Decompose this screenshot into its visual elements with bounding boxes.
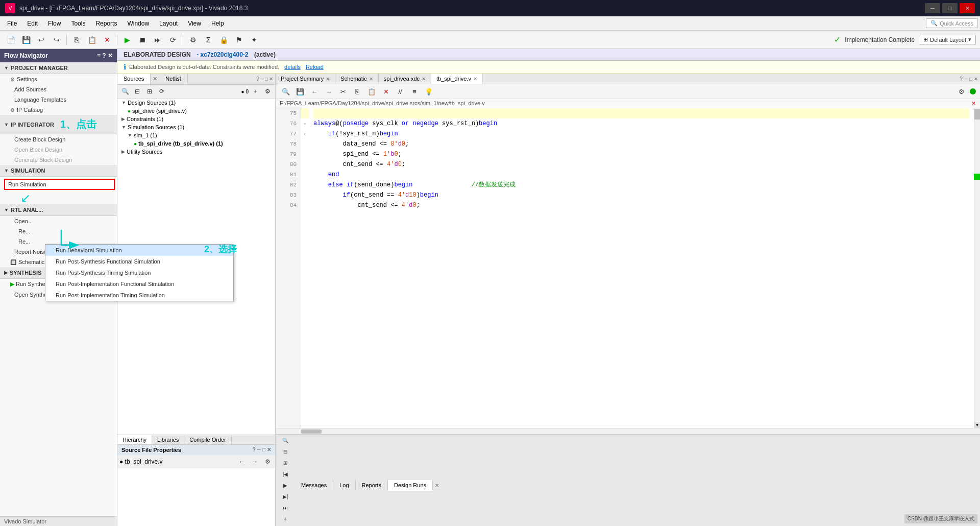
ed-uncomment-button[interactable]: ≡ <box>408 85 421 98</box>
tree-design-sources[interactable]: ▼ Design Sources (1) <box>117 99 275 107</box>
tab-messages[interactable]: Messages <box>295 480 333 490</box>
nav-settings[interactable]: ⚙Settings <box>0 74 117 84</box>
tab-design-runs[interactable]: Design Runs <box>388 480 433 491</box>
menu-tools[interactable]: Tools <box>66 18 90 29</box>
project-manager-header[interactable]: ▼ PROJECT MANAGER <box>0 62 117 74</box>
simulation-header[interactable]: ▼ SIMULATION <box>0 165 117 177</box>
tree-utility-sources[interactable]: ▶ Utility Sources <box>117 148 275 156</box>
bottom-collapse-btn[interactable]: ⊟ <box>280 446 291 457</box>
ed-delete-button[interactable]: ✕ <box>380 85 392 98</box>
copy-button[interactable]: ⎘ <box>70 33 83 46</box>
editor-max-icon[interactable]: □ <box>969 76 972 82</box>
tab-tb-spi-drive[interactable]: tb_spi_drive.v ✕ <box>431 74 483 84</box>
undo-button[interactable]: ↩ <box>35 33 48 46</box>
ed-search-button[interactable]: 🔍 <box>280 85 292 98</box>
subtab-libraries[interactable]: Libraries <box>152 435 184 444</box>
nav-ip-catalog[interactable]: ⚙IP Catalog <box>0 105 117 115</box>
tab-reports[interactable]: Reports <box>356 480 388 490</box>
nav-open-elaborated[interactable]: Open... <box>0 216 117 226</box>
rtl-analysis-header[interactable]: ▼ RTL ANAL... <box>0 204 117 216</box>
props-minus[interactable]: ─ <box>257 447 261 453</box>
tab-log[interactable]: Log <box>333 480 355 490</box>
tab-sources[interactable]: Sources <box>117 74 151 84</box>
star-button[interactable]: ✦ <box>248 33 261 46</box>
nav-create-block-design[interactable]: Create Block Design <box>0 134 117 145</box>
bottom-search-btn[interactable]: 🔍 <box>280 435 291 446</box>
close-tb-tab[interactable]: ✕ <box>473 76 477 82</box>
nav-report-methodology[interactable]: Re... <box>0 226 117 236</box>
tree-spi-drive[interactable]: ● spi_drive (spi_drive.v) <box>117 107 275 115</box>
editor-minus-icon[interactable]: ─ <box>964 76 968 82</box>
close-design-runs-tab[interactable]: ✕ <box>433 481 441 490</box>
ed-settings-button[interactable]: ⚙ <box>955 85 968 98</box>
flag-button[interactable]: ⚑ <box>232 33 246 46</box>
quick-access[interactable]: 🔍 Quick Access <box>926 18 978 28</box>
sources-settings-button[interactable]: ⚙ <box>262 86 273 97</box>
minus-icon[interactable]: ─ <box>260 76 264 82</box>
code-hscrollbar[interactable] <box>276 428 980 434</box>
sim-menu-post-impl-func[interactable]: Run Post-Implementation Functional Simul… <box>45 278 233 290</box>
settings-button[interactable]: ⚙ <box>186 33 200 46</box>
close-schematic-tab[interactable]: ✕ <box>369 76 373 82</box>
menu-window[interactable]: Window <box>122 18 154 29</box>
collapse-all-button[interactable]: ⊟ <box>132 86 143 97</box>
tree-tb-spi-drive[interactable]: ● tb_spi_drive (tb_spi_drive.v) (1) <box>117 139 275 148</box>
close-project-summary-tab[interactable]: ✕ <box>326 76 330 82</box>
subtab-compile-order[interactable]: Compile Order <box>184 435 232 444</box>
ed-copy-button[interactable]: ⎘ <box>351 85 363 98</box>
run-simulation-button[interactable]: Run Simulation <box>4 179 115 190</box>
bottom-play-btn[interactable]: ▶ <box>280 480 291 491</box>
sim-menu-post-impl-timing[interactable]: Run Post-Implementation Timing Simulatio… <box>45 290 233 301</box>
restart-button[interactable]: ⟳ <box>166 33 180 46</box>
menu-layout[interactable]: Layout <box>154 18 183 29</box>
tab-netlist[interactable]: Netlist <box>159 74 188 84</box>
details-link[interactable]: details <box>284 64 301 70</box>
refresh-button[interactable]: ⟳ <box>156 86 167 97</box>
nav-add-sources[interactable]: Add Sources <box>0 84 117 94</box>
ed-lightbulb-button[interactable]: 💡 <box>423 85 435 98</box>
props-settings-button[interactable]: ⚙ <box>262 456 273 467</box>
layout-dropdown[interactable]: ⊞ Default Layout ▾ <box>919 35 976 44</box>
h-scrollbar-thumb[interactable] <box>301 429 322 434</box>
menu-help[interactable]: Help <box>206 18 229 29</box>
props-close[interactable]: ✕ <box>267 447 271 453</box>
ed-undo-button[interactable]: ← <box>308 85 321 98</box>
props-prev-button[interactable]: ← <box>236 456 248 467</box>
ed-cut-button[interactable]: ✂ <box>337 85 349 98</box>
tab-project-summary[interactable]: Project Summary ✕ <box>276 74 335 84</box>
bottom-skip-btn[interactable]: ⏭ <box>280 502 291 513</box>
ed-paste-button[interactable]: 📋 <box>365 85 378 98</box>
code-scrollbar[interactable]: ▼ <box>974 108 980 428</box>
close-file-button[interactable]: ✕ <box>971 100 976 107</box>
props-max[interactable]: □ <box>262 447 265 453</box>
menu-view[interactable]: View <box>183 18 206 29</box>
code-editor[interactable]: 75 76 77 78 79 80 81 82 83 84 ○ <box>276 108 980 428</box>
save-button[interactable]: 💾 <box>19 33 33 46</box>
run-button[interactable]: ▶ <box>120 33 134 46</box>
scroll-down[interactable]: ▼ <box>974 422 980 428</box>
step-button[interactable]: ⏭ <box>151 33 164 46</box>
bottom-prev-btn[interactable]: |◀ <box>280 468 291 480</box>
close-sources-icon[interactable]: ✕ <box>269 76 273 82</box>
props-next-button[interactable]: → <box>249 456 260 467</box>
stop-button[interactable]: ⏹ <box>136 33 149 46</box>
sim-menu-post-synth-timing[interactable]: Run Post-Synthesis Timing Simulation <box>45 267 233 278</box>
code-content[interactable]: always@(posedge sys_clk or negedge sys_r… <box>309 108 974 428</box>
tree-sim1[interactable]: ▼ sim_1 (1) <box>117 131 275 139</box>
tree-sim-sources[interactable]: ▼ Simulation Sources (1) <box>117 123 275 131</box>
ip-integrator-header[interactable]: ▼ IP INTEGRATOR 1、点击 <box>0 115 117 134</box>
reload-link[interactable]: Reload <box>306 64 324 70</box>
expand-all-button[interactable]: ⊞ <box>144 86 155 97</box>
menu-file[interactable]: File <box>2 18 22 29</box>
editor-close-icon[interactable]: ✕ <box>974 76 978 82</box>
delete-button[interactable]: ✕ <box>101 33 114 46</box>
ed-redo-button[interactable]: → <box>323 85 335 98</box>
scrollbar-thumb[interactable] <box>974 109 980 119</box>
menu-edit[interactable]: Edit <box>22 18 43 29</box>
window-controls[interactable]: ─ □ ✕ <box>925 3 975 13</box>
sim-menu-post-synth-func[interactable]: Run Post-Synthesis Functional Simulation <box>45 256 233 267</box>
paste-button[interactable]: 📋 <box>85 33 99 46</box>
ed-comment-button[interactable]: // <box>394 85 406 98</box>
menu-flow[interactable]: Flow <box>43 18 66 29</box>
subtab-hierarchy[interactable]: Hierarchy <box>117 435 152 444</box>
